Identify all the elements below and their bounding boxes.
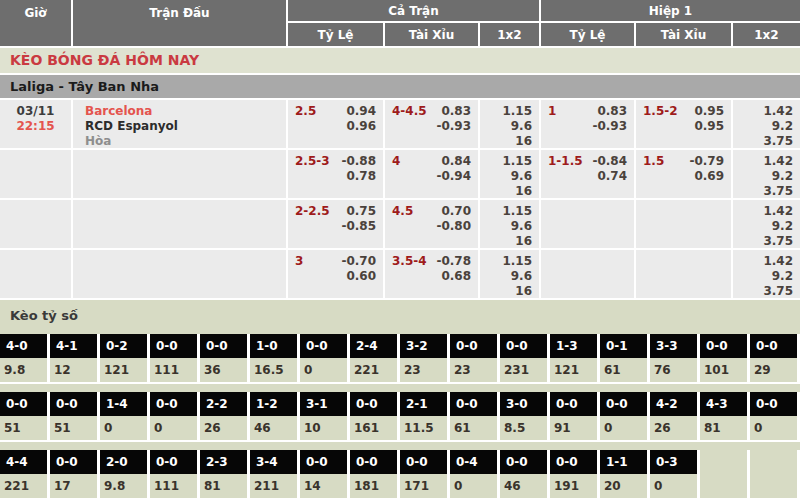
score-odds-value[interactable]: 10 [300, 416, 350, 442]
score-odds-value[interactable]: 161 [350, 416, 400, 442]
odds-value[interactable]: 0.95 [694, 104, 724, 119]
h1-over-under-cell[interactable] [636, 200, 733, 249]
score-cell[interactable]: 0-046 [500, 450, 550, 500]
odds-value[interactable]: -0.79 [689, 154, 724, 169]
odds-value[interactable]: 3.75 [763, 134, 793, 149]
odds-value[interactable]: 9.6 [511, 169, 532, 184]
odds-value[interactable]: -0.70 [341, 254, 376, 269]
h1-over-under-cell[interactable]: 1.5 -0.79 0.69 [636, 150, 733, 199]
odds-value[interactable]: 16 [515, 284, 532, 299]
score-odds-value[interactable]: 211 [250, 474, 300, 500]
odds-value[interactable]: 0.70 [441, 204, 471, 219]
score-cell[interactable]: 0-036 [200, 334, 250, 384]
score-odds-value[interactable]: 221 [350, 358, 400, 384]
odds-value[interactable]: 1.42 [763, 154, 793, 169]
odds-value[interactable]: 9.6 [511, 269, 532, 284]
score-odds-value[interactable]: 23 [450, 358, 500, 384]
score-cell[interactable]: 0-2121 [100, 334, 150, 384]
score-cell[interactable]: 0-014 [300, 450, 350, 500]
score-cell[interactable]: 0-30 [650, 450, 700, 500]
ft-1x2-cell[interactable]: 1.15 9.6 16 [480, 200, 541, 249]
score-odds-value[interactable]: 9.8 [100, 474, 150, 500]
odds-value[interactable]: -0.94 [436, 169, 471, 184]
ft-handicap-cell[interactable]: 2.5 0.94 0.96 [288, 100, 385, 149]
score-odds-value[interactable]: 29 [750, 358, 800, 384]
odds-value[interactable]: 16 [515, 234, 532, 249]
ft-handicap-cell[interactable]: 2.5-3 -0.88 0.78 [288, 150, 385, 199]
score-cell[interactable]: 1-3121 [550, 334, 600, 384]
score-odds-value[interactable]: 121 [550, 358, 600, 384]
score-odds-value[interactable]: 14 [300, 474, 350, 500]
score-odds-value[interactable]: 11.5 [400, 416, 450, 442]
score-cell[interactable]: 0-161 [600, 334, 650, 384]
score-cell[interactable]: 0-00 [750, 392, 800, 442]
h1-handicap-cell[interactable]: 1 0.83 -0.93 [541, 100, 636, 149]
odds-value[interactable]: 1.15 [502, 204, 532, 219]
ft-over-under-cell[interactable]: 4 0.84 -0.94 [385, 150, 480, 199]
score-odds-value[interactable]: 23 [400, 358, 450, 384]
odds-value[interactable]: 0.60 [346, 269, 376, 284]
odds-value[interactable]: 9.2 [772, 119, 793, 134]
odds-value[interactable]: 0.68 [441, 269, 471, 284]
h1-handicap-cell[interactable] [541, 250, 636, 299]
score-odds-value[interactable]: 61 [450, 416, 500, 442]
score-cell[interactable]: 0-0111 [150, 334, 200, 384]
odds-value[interactable]: 1.15 [502, 154, 532, 169]
ft-1x2-cell[interactable]: 1.15 9.6 16 [480, 250, 541, 299]
score-cell[interactable]: 0-0171 [400, 450, 450, 500]
home-team-name[interactable]: Barcelona [85, 104, 286, 119]
score-odds-value[interactable]: 36 [200, 358, 250, 384]
score-cell[interactable]: 3-223 [400, 334, 450, 384]
score-cell[interactable]: 0-017 [50, 450, 100, 500]
score-odds-value[interactable]: 12 [50, 358, 100, 384]
h1-handicap-cell[interactable] [541, 200, 636, 249]
score-odds-value[interactable]: 101 [700, 358, 750, 384]
score-odds-value[interactable]: 20 [600, 474, 650, 500]
odds-value[interactable]: 9.6 [511, 119, 532, 134]
h1-over-under-cell[interactable] [636, 250, 733, 299]
score-odds-value[interactable]: 51 [50, 416, 100, 442]
ft-over-under-cell[interactable]: 3.5-4 -0.78 0.68 [385, 250, 480, 299]
score-cell[interactable]: 4-4221 [0, 450, 50, 500]
odds-value[interactable]: 9.2 [772, 219, 793, 234]
score-cell[interactable]: 4-226 [650, 392, 700, 442]
score-cell[interactable]: 1-120 [600, 450, 650, 500]
odds-value[interactable]: -0.93 [592, 119, 627, 134]
score-odds-value[interactable]: 0 [650, 474, 700, 500]
score-odds-value[interactable]: 26 [200, 416, 250, 442]
odds-value[interactable]: 0.78 [346, 169, 376, 184]
score-odds-value[interactable]: 0 [450, 474, 500, 500]
score-cell[interactable]: 2-111.5 [400, 392, 450, 442]
score-odds-value[interactable]: 221 [0, 474, 50, 500]
h1-1x2-cell[interactable]: 1.42 9.2 3.75 [733, 150, 800, 199]
ft-handicap-cell[interactable]: 2-2.5 0.75 -0.85 [288, 200, 385, 249]
score-cell[interactable]: 1-246 [250, 392, 300, 442]
odds-value[interactable]: 3.75 [763, 184, 793, 199]
score-odds-value[interactable]: 76 [650, 358, 700, 384]
score-cell[interactable]: 0-0181 [350, 450, 400, 500]
score-odds-value[interactable]: 46 [250, 416, 300, 442]
away-team-name[interactable]: RCD Espanyol [85, 119, 286, 134]
odds-value[interactable]: 9.2 [772, 269, 793, 284]
score-odds-value[interactable]: 26 [650, 416, 700, 442]
odds-value[interactable]: 1.42 [763, 204, 793, 219]
odds-value[interactable]: 9.6 [511, 219, 532, 234]
ft-1x2-cell[interactable]: 1.15 9.6 16 [480, 150, 541, 199]
score-cell[interactable]: 0-061 [450, 392, 500, 442]
odds-value[interactable]: 1.42 [763, 104, 793, 119]
odds-value[interactable]: 1.15 [502, 104, 532, 119]
odds-value[interactable]: 0.83 [597, 104, 627, 119]
score-cell[interactable]: 0-091 [550, 392, 600, 442]
odds-value[interactable]: 16 [515, 184, 532, 199]
odds-value[interactable]: -0.78 [436, 254, 471, 269]
score-odds-value[interactable]: 191 [550, 474, 600, 500]
score-cell[interactable]: 2-381 [200, 450, 250, 500]
score-cell[interactable]: 0-051 [0, 392, 50, 442]
score-cell[interactable]: 2-4221 [350, 334, 400, 384]
ft-over-under-cell[interactable]: 4-4.5 0.83 -0.93 [385, 100, 480, 149]
score-cell[interactable]: 4-112 [50, 334, 100, 384]
score-cell[interactable]: 4-381 [700, 392, 750, 442]
score-cell[interactable]: 0-029 [750, 334, 800, 384]
score-odds-value[interactable]: 0 [300, 358, 350, 384]
score-cell[interactable]: 4-09.8 [0, 334, 50, 384]
